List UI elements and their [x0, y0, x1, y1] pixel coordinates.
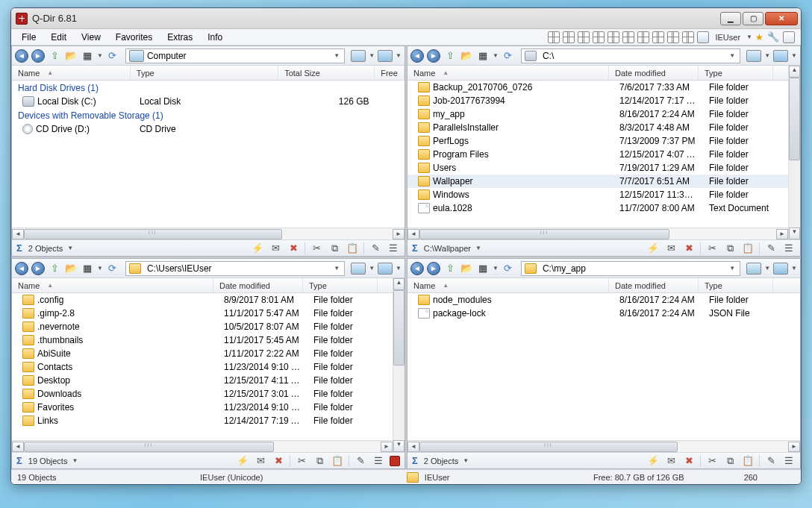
- monitor-icon[interactable]: [378, 263, 393, 275]
- v-scrollbar[interactable]: ▲ ▼: [393, 278, 405, 452]
- layout-icon[interactable]: [608, 31, 619, 43]
- up-button[interactable]: ⇧: [48, 49, 61, 63]
- list-item[interactable]: .gimp-2.8 11/1/2017 5:47 AM File folder: [12, 307, 393, 320]
- folder-open-icon[interactable]: 📂: [460, 49, 473, 63]
- tools-icon[interactable]: 🔧: [766, 31, 780, 44]
- cut-icon[interactable]: ✂: [705, 242, 719, 255]
- monitor-icon[interactable]: [773, 263, 788, 275]
- copy-icon[interactable]: ⧉: [723, 454, 737, 468]
- column-header[interactable]: Type: [303, 278, 378, 292]
- column-headers[interactable]: Name▲Date modifiedType: [407, 278, 800, 293]
- layout-icon[interactable]: [622, 31, 634, 43]
- forward-button[interactable]: ►: [31, 49, 45, 63]
- view-icon[interactable]: ▦: [81, 49, 94, 63]
- column-header[interactable]: Date modified: [609, 278, 699, 292]
- menu-favorites[interactable]: Favorites: [108, 31, 160, 44]
- back-button[interactable]: ◄: [15, 49, 28, 63]
- list-item[interactable]: Downloads 12/15/2017 3:01 AM File folder: [12, 387, 393, 401]
- delete-icon[interactable]: ✖: [272, 454, 285, 468]
- user-label[interactable]: IEUser: [712, 33, 743, 42]
- layout-icon[interactable]: [637, 31, 649, 43]
- list-item[interactable]: Favorites 11/23/2014 9:10 PM File folder: [12, 401, 393, 414]
- favorite-icon[interactable]: ★: [755, 32, 763, 43]
- monitor-icon[interactable]: [746, 50, 761, 62]
- list-item[interactable]: Program Files 12/15/2017 4:07 AM File fo…: [407, 148, 788, 161]
- monitor-icon[interactable]: [351, 263, 366, 275]
- list-item[interactable]: eula.1028 11/7/2007 8:00 AM Text Documen…: [407, 201, 788, 215]
- paste-icon[interactable]: 📋: [741, 242, 755, 255]
- monitor-icon[interactable]: [773, 50, 788, 62]
- address-bar[interactable]: C:\my_app ▼: [521, 261, 740, 276]
- back-button[interactable]: ◄: [15, 262, 28, 275]
- file-list[interactable]: .config 8/9/2017 8:01 AM File folder .gi…: [12, 293, 393, 440]
- menu-edit[interactable]: Edit: [43, 31, 74, 44]
- back-button[interactable]: ◄: [410, 262, 424, 275]
- user-icon[interactable]: [697, 31, 709, 43]
- view-icon[interactable]: ▦: [476, 262, 490, 275]
- file-list[interactable]: Backup_20170706_0726 7/6/2017 7:33 AM Fi…: [407, 81, 788, 228]
- group-header[interactable]: Devices with Removable Storage (1): [12, 108, 405, 122]
- copy-icon[interactable]: ⧉: [313, 454, 326, 468]
- dropdown-icon[interactable]: ▼: [475, 245, 481, 251]
- address-bar[interactable]: C:\Users\IEUser ▼: [125, 261, 345, 276]
- list-item[interactable]: .config 8/9/2017 8:01 AM File folder: [12, 293, 393, 307]
- list-icon[interactable]: ☰: [372, 454, 385, 468]
- edit-icon[interactable]: ✎: [354, 454, 367, 468]
- list-item[interactable]: Windows 12/15/2017 11:32 … File folder: [407, 188, 788, 201]
- up-button[interactable]: ⇧: [48, 262, 61, 275]
- column-header[interactable]: Date modified: [609, 66, 699, 80]
- column-header[interactable]: Total Size: [278, 66, 375, 80]
- paste-icon[interactable]: 📋: [741, 454, 755, 468]
- delete-icon[interactable]: ✖: [682, 454, 696, 468]
- layout-icon[interactable]: [682, 31, 694, 43]
- dropdown-icon[interactable]: ▼: [746, 34, 752, 40]
- layout-icon[interactable]: [578, 31, 590, 43]
- view-icon[interactable]: ▦: [476, 49, 490, 63]
- address-dropdown-icon[interactable]: ▼: [728, 265, 737, 272]
- options-icon[interactable]: [783, 31, 795, 43]
- column-header[interactable]: Type: [699, 278, 773, 292]
- refresh-icon[interactable]: ⟳: [502, 49, 515, 63]
- monitor-icon[interactable]: [378, 50, 393, 62]
- flash-icon[interactable]: ⚡: [251, 242, 264, 255]
- list-item[interactable]: Wallpaper 7/7/2017 6:51 AM File folder: [407, 175, 788, 188]
- refresh-icon[interactable]: ⟳: [502, 262, 515, 275]
- dropdown-icon[interactable]: ▼: [463, 457, 469, 464]
- mail-icon[interactable]: ✉: [269, 242, 282, 255]
- cut-icon[interactable]: ✂: [705, 454, 719, 468]
- list-item[interactable]: Desktop 12/15/2017 4:11 AM File folder: [12, 374, 393, 387]
- column-header[interactable]: Type: [699, 66, 773, 80]
- h-scrollbar[interactable]: ◄ III ►: [12, 228, 405, 239]
- sigma-icon[interactable]: Σ: [412, 455, 418, 466]
- h-scrollbar[interactable]: ◄ III ►: [407, 440, 800, 452]
- forward-button[interactable]: ►: [31, 262, 45, 275]
- column-headers[interactable]: Name▲Date modifiedType: [12, 278, 393, 293]
- folder-open-icon[interactable]: 📂: [460, 262, 473, 275]
- menu-view[interactable]: View: [74, 31, 108, 44]
- pane-status-text[interactable]: 19 Objects: [28, 457, 68, 465]
- list-icon[interactable]: ☰: [782, 454, 796, 468]
- list-item[interactable]: ParallelsInstaller 8/3/2017 4:48 AM File…: [407, 121, 788, 134]
- list-item[interactable]: node_modules 8/16/2017 2:24 AM File fold…: [407, 293, 800, 307]
- up-button[interactable]: ⇧: [443, 262, 457, 275]
- list-item[interactable]: AbiSuite 1/11/2017 2:22 AM File folder: [12, 347, 393, 360]
- edit-icon[interactable]: ✎: [764, 242, 778, 255]
- column-headers[interactable]: Name▲Date modifiedType: [407, 66, 788, 81]
- folder-open-icon[interactable]: 📂: [64, 49, 78, 63]
- pane-status-text[interactable]: 2 Objects: [28, 244, 63, 253]
- layout-icon[interactable]: [652, 31, 664, 43]
- flash-icon[interactable]: ⚡: [236, 454, 249, 468]
- list-item[interactable]: Local Disk (C:) Local Disk 126 GB: [12, 95, 405, 108]
- menu-extras[interactable]: Extras: [160, 31, 200, 44]
- group-header[interactable]: Hard Disk Drives (1): [12, 81, 405, 95]
- h-scrollbar[interactable]: ◄ III ►: [12, 440, 393, 452]
- file-list[interactable]: Hard Disk Drives (1) Local Disk (C:) Loc…: [12, 81, 405, 228]
- column-header[interactable]: Name▲: [407, 66, 609, 80]
- v-scrollbar[interactable]: ▲ ▼: [788, 66, 800, 239]
- edit-icon[interactable]: ✎: [369, 242, 382, 255]
- list-item[interactable]: Job-20177673994 12/14/2017 7:17 AM File …: [407, 94, 788, 107]
- forward-button[interactable]: ►: [427, 49, 440, 63]
- paste-icon[interactable]: 📋: [346, 242, 359, 255]
- dropdown-icon[interactable]: ▼: [67, 245, 73, 251]
- monitor-icon[interactable]: [746, 263, 761, 275]
